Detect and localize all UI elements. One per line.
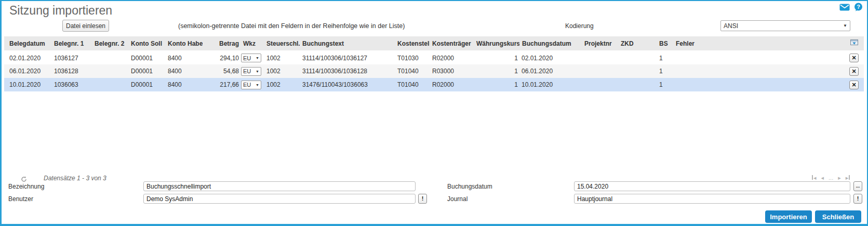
next-page-icon[interactable]: ▸ (838, 175, 841, 181)
col-header-buchungstext[interactable]: Buchungstext (300, 36, 395, 51)
first-page-icon[interactable]: ◂ (812, 175, 817, 181)
cell-fehler (673, 64, 844, 78)
col-header-fehler[interactable]: Fehler (673, 36, 844, 51)
buchungsdatum-field[interactable] (574, 181, 850, 191)
col-header-waehrungskurs[interactable]: Währungskurs (474, 36, 519, 51)
col-header-betrag[interactable]: Betrag (203, 36, 241, 51)
cell-waehrungskurs: 1 (474, 51, 519, 64)
help-icon: ? (854, 5, 863, 13)
col-header-belegnr1[interactable]: Belegnr. 1 (51, 36, 92, 51)
last-page-icon[interactable]: ▸ (846, 175, 850, 181)
buchungsdatum-lookup-button[interactable]: ... (853, 181, 862, 191)
table-row[interactable]: 06.01.2020 1036128 D00001 8400 54,68 EU … (4, 64, 864, 78)
column-config-icon[interactable] (850, 39, 858, 48)
col-header-belegdatum[interactable]: Belegdatum (4, 36, 51, 51)
col-header-steuerschl[interactable]: Steuerschl. (264, 36, 300, 51)
col-header-wkz[interactable]: Wkz (241, 36, 264, 51)
cell-belegnr2 (92, 64, 128, 78)
mail-icon (839, 5, 850, 12)
cell-kostentraeger: R03000 (430, 64, 474, 78)
import-button[interactable]: Importieren (765, 210, 812, 223)
cell-buchungstext: 31114/100306/1036128 (300, 64, 395, 78)
chevron-down-icon: ▼ (256, 83, 259, 87)
cell-konto-haben: 8400 (165, 78, 203, 91)
delete-row-button[interactable]: ✕ (849, 67, 859, 76)
cell-projektnr (582, 51, 618, 64)
col-header-konto-haben[interactable]: Konto Haben (165, 36, 203, 51)
cell-belegdatum: 06.01.2020 (4, 64, 51, 78)
cell-buchungsdatum: 06.01.2020 (519, 64, 582, 78)
col-header-kostentraeger[interactable]: Kostenträger (430, 36, 474, 51)
cell-bs: 1 (657, 64, 673, 78)
wkz-selected-value: EU (243, 55, 251, 61)
journal-field[interactable] (574, 194, 850, 204)
grid-header-row: Belegdatum Belegnr. 1 Belegnr. 2 Konto S… (4, 36, 864, 51)
cell-projektnr (582, 64, 618, 78)
col-header-projektnr[interactable]: Projektnr (582, 36, 618, 51)
wkz-selected-value: EU (243, 82, 251, 88)
buchungsdatum-label: Buchungsdatum (447, 183, 492, 190)
previous-page-icon[interactable]: ◂ (821, 175, 824, 181)
col-header-konto-soll[interactable]: Konto Soll (128, 36, 165, 51)
cell-zkd (618, 64, 657, 78)
col-header-buchungsdatum[interactable]: Buchungsdatum (519, 36, 582, 51)
cell-betrag: 54,68 (203, 64, 241, 78)
cell-buchungsdatum: 02.01.2020 (519, 51, 582, 64)
pagination: ◂ ◂ ... ▸ ▸ (812, 175, 850, 181)
chevron-down-icon: ▼ (256, 56, 259, 60)
cell-kostenstelle: T01040 (395, 78, 430, 91)
close-button[interactable]: Schließen (815, 210, 861, 223)
cell-bs: 1 (657, 78, 673, 91)
cell-konto-soll: D00001 (128, 51, 165, 64)
col-header-belegnr2[interactable]: Belegnr. 2 (92, 36, 128, 51)
cell-konto-haben: 8400 (165, 51, 203, 64)
encoding-select[interactable]: ANSI ▼ (720, 20, 850, 31)
col-header-bs[interactable]: BS (657, 36, 673, 51)
wkz-select[interactable]: EU ▼ (241, 67, 261, 76)
cell-konto-haben: 8400 (165, 64, 203, 78)
cell-waehrungskurs: 1 (474, 78, 519, 91)
encoding-selected-value: ANSI (724, 22, 738, 30)
file-format-hint: (semikolon-getrennte Datei mit den Felde… (178, 22, 405, 30)
cell-bs: 1 (657, 51, 673, 64)
cell-belegdatum: 02.01.2020 (4, 51, 51, 64)
mail-button[interactable] (839, 4, 850, 12)
cell-kostenstelle: T01030 (395, 51, 430, 64)
benutzer-field[interactable] (143, 194, 416, 204)
page-ellipsis[interactable]: ... (829, 175, 833, 181)
cell-belegnr2 (92, 78, 128, 91)
cell-steuerschl: 1002 (264, 64, 300, 78)
cell-belegnr2 (92, 51, 128, 64)
wkz-select[interactable]: EU ▼ (241, 54, 261, 62)
table-row-selected[interactable]: 10.01.2020 1036063 D00001 8400 217,66 EU… (4, 78, 864, 91)
import-session-dialog: Sitzung importieren ? Datei einlesen (se… (0, 0, 868, 226)
wkz-select[interactable]: EU ▼ (241, 81, 261, 89)
close-icon: ✕ (851, 68, 856, 74)
delete-row-button[interactable]: ✕ (849, 81, 859, 89)
close-icon: ✕ (851, 82, 856, 88)
help-button[interactable]: ? (854, 3, 863, 13)
cell-belegdatum: 10.01.2020 (4, 78, 51, 91)
cell-konto-soll: D00001 (128, 64, 165, 78)
cell-buchungstext: 31114/100306/1036127 (300, 51, 395, 64)
cell-betrag: 217,66 (203, 78, 241, 91)
cell-belegnr1: 1036128 (51, 64, 92, 78)
benutzer-label: Benutzer (8, 195, 33, 203)
benutzer-required-button[interactable]: ! (418, 194, 427, 204)
cell-buchungstext: 31476/110043/1036063 (300, 78, 395, 91)
cell-kostentraeger: R02000 (430, 78, 474, 91)
close-icon: ✕ (851, 55, 856, 61)
table-row[interactable]: 02.01.2020 1036127 D00001 8400 294,10 EU… (4, 51, 864, 64)
cell-fehler (673, 78, 844, 91)
journal-required-button[interactable]: ! (853, 194, 862, 204)
col-header-zkd[interactable]: ZKD (618, 36, 657, 51)
records-count: Datensätze 1 - 3 von 3 (44, 175, 106, 182)
read-file-button[interactable]: Datei einlesen (62, 20, 109, 32)
cell-kostentraeger: R02000 (430, 51, 474, 64)
delete-row-button[interactable]: ✕ (849, 54, 859, 62)
journal-label: Journal (447, 195, 468, 203)
col-header-kostenstelle[interactable]: Kostenstelle (395, 36, 430, 51)
chevron-down-icon: ▼ (843, 23, 847, 28)
bezeichnung-label: Bezeichnung (8, 183, 44, 190)
bezeichnung-field[interactable] (143, 181, 416, 191)
